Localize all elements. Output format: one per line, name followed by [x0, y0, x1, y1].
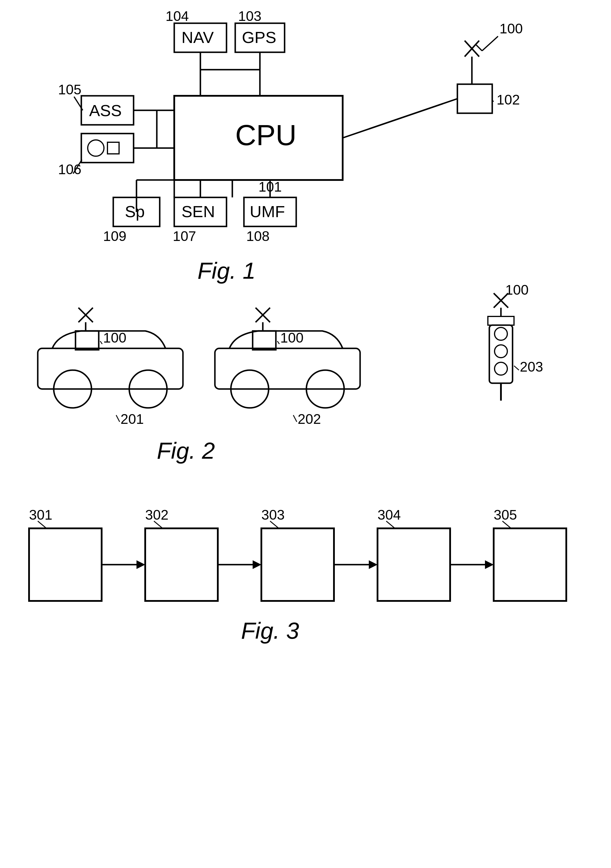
- svg-marker-67: [253, 560, 261, 569]
- ref-201: 201: [121, 411, 144, 427]
- svg-line-59: [293, 415, 297, 422]
- svg-point-16: [88, 140, 104, 156]
- svg-line-50: [116, 415, 119, 422]
- ass-label: ASS: [89, 101, 122, 119]
- svg-rect-5: [457, 84, 492, 113]
- svg-line-55: [277, 341, 279, 344]
- ref-100-car2: 100: [280, 330, 304, 346]
- ref-304: 304: [377, 507, 401, 522]
- fig1-label: Fig. 1: [197, 258, 256, 284]
- ref-203: 203: [520, 359, 543, 375]
- ref-100-fig1: 100: [499, 21, 523, 36]
- gps-label: GPS: [242, 28, 276, 46]
- svg-rect-64: [145, 529, 218, 601]
- svg-line-22: [343, 99, 457, 138]
- svg-rect-35: [488, 316, 514, 325]
- cpu-label: CPU: [235, 119, 296, 151]
- ref-109: 109: [103, 228, 126, 244]
- svg-rect-60: [29, 529, 102, 601]
- ref-303: 303: [261, 507, 285, 522]
- ref-107: 107: [173, 228, 196, 244]
- svg-point-38: [495, 345, 507, 358]
- umf-label: UMF: [250, 202, 285, 221]
- svg-point-39: [495, 362, 507, 375]
- svg-rect-17: [107, 142, 119, 154]
- svg-rect-47: [38, 348, 183, 389]
- ref-103: 103: [238, 8, 261, 24]
- ref-302: 302: [145, 507, 168, 522]
- svg-line-0: [482, 36, 498, 51]
- ref-105: 105: [58, 82, 81, 97]
- ref-100-car1: 100: [103, 330, 126, 346]
- svg-rect-72: [377, 529, 450, 601]
- patent-drawing-page: 100 102 NAV 104 GPS 103 CPU 101: [0, 0, 611, 868]
- svg-point-37: [495, 327, 507, 340]
- ref-100-tl: 100: [505, 282, 529, 298]
- svg-line-46: [100, 341, 102, 344]
- svg-line-41: [514, 366, 519, 370]
- svg-rect-56: [215, 348, 360, 389]
- nav-label: NAV: [181, 28, 214, 46]
- svg-rect-45: [76, 331, 99, 350]
- svg-marker-63: [136, 560, 145, 569]
- svg-marker-71: [369, 560, 377, 569]
- ref-202: 202: [298, 411, 321, 427]
- fig3-label: Fig. 3: [241, 618, 299, 643]
- svg-rect-76: [494, 529, 566, 601]
- svg-line-1: [476, 45, 482, 51]
- svg-marker-75: [485, 560, 494, 569]
- ref-301: 301: [29, 507, 52, 522]
- ref-102: 102: [496, 92, 520, 107]
- ref-108: 108: [246, 228, 270, 244]
- ref-305: 305: [494, 507, 517, 522]
- ref-106: 106: [58, 162, 81, 177]
- svg-rect-54: [253, 331, 276, 350]
- fig2-label: Fig. 2: [157, 438, 215, 463]
- ref-104: 104: [166, 8, 189, 24]
- sp-label: Sp: [125, 202, 145, 221]
- sen-label: SEN: [181, 202, 215, 221]
- svg-rect-68: [261, 529, 334, 601]
